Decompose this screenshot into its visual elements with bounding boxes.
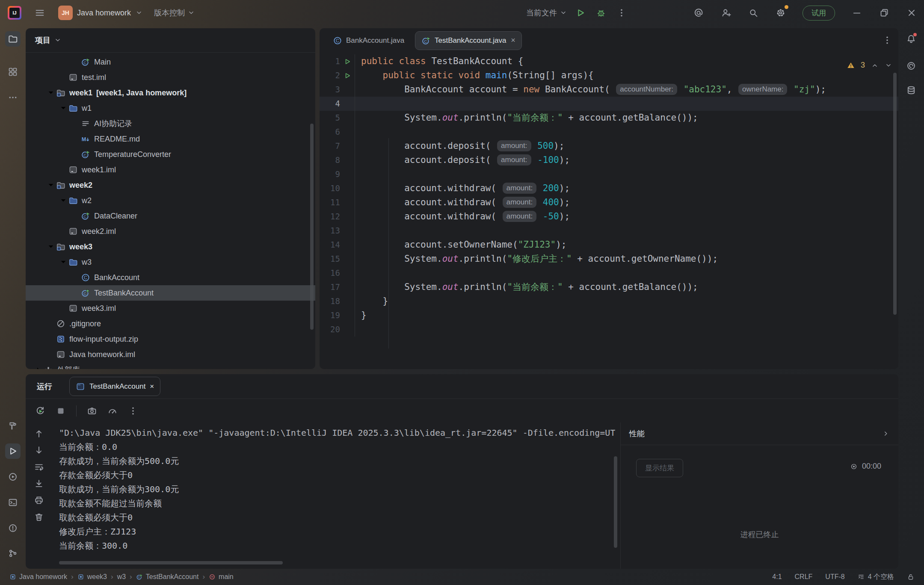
more-options-icon[interactable]	[128, 406, 138, 416]
code-with-me-button[interactable]	[719, 6, 733, 20]
tree-item-datacleaner[interactable]: CDataCleaner	[26, 208, 315, 224]
code-line-6[interactable]: 6	[320, 125, 898, 139]
tool-stripe-button-structure[interactable]	[5, 64, 21, 80]
tree-item-flow-input-output-zip[interactable]: flow-input-output.zip	[26, 331, 315, 347]
chevron-down-icon[interactable]	[58, 195, 68, 206]
caret-position[interactable]: 4:1	[772, 573, 782, 581]
chevron-down-icon[interactable]	[58, 257, 68, 267]
tool-stripe-button-run-tool[interactable]	[5, 443, 21, 459]
tree-item-readme-md[interactable]: MREADME.md	[26, 131, 315, 147]
close-tab-icon[interactable]: ×	[511, 36, 515, 45]
code-line-20[interactable]: 20	[320, 322, 898, 337]
tree-item-row-20[interactable]: 外部库	[26, 362, 315, 369]
profiler-icon[interactable]	[107, 406, 118, 416]
close-button[interactable]	[904, 6, 919, 20]
code-line-14[interactable]: 14 account.setOwnerName("ZJ123");	[320, 238, 898, 252]
tab-testbankaccount-java[interactable]: C TestBankAccount.java ×	[415, 31, 522, 50]
tree-item-w2[interactable]: w2	[26, 193, 315, 208]
code-line-7[interactable]: 7 account.deposit( amount: 500);	[320, 139, 898, 153]
code-line-16[interactable]: 16	[320, 266, 898, 280]
breadcrumb-java-homework[interactable]: Java homework	[9, 573, 67, 581]
editor-scrollbar[interactable]	[893, 73, 897, 315]
code-line-8[interactable]: 8 account.deposit( amount: -100);	[320, 153, 898, 167]
breadcrumb-w3[interactable]: w3	[117, 573, 126, 581]
tree-item-week3-iml[interactable]: week3.iml	[26, 301, 315, 316]
tree-item-week2[interactable]: week2	[26, 177, 315, 193]
file-encoding[interactable]: UTF-8	[825, 573, 844, 581]
code-line-12[interactable]: 12 account.withdraw( amount: -50);	[320, 210, 898, 224]
tool-stripe-button-problems[interactable]	[5, 520, 21, 536]
tool-stripe-button-ai-assistant[interactable]	[903, 58, 919, 74]
next-occurrence-icon[interactable]	[34, 445, 44, 455]
scroll-to-end-icon[interactable]	[34, 479, 44, 489]
code-editor[interactable]: 1public class TestBankAccount {2 public …	[320, 53, 898, 369]
breadcrumb-main[interactable]: mmain	[209, 573, 234, 581]
tool-stripe-button-database[interactable]	[903, 83, 919, 98]
tree-item-w1[interactable]: w1	[26, 100, 315, 116]
tool-stripe-button-more-h[interactable]	[5, 90, 21, 105]
tool-stripe-button-build[interactable]	[5, 418, 21, 434]
more-run-actions-button[interactable]	[614, 6, 629, 20]
code-line-5[interactable]: 5 System.out.println("当前余额：" + account.g…	[320, 111, 898, 125]
chevron-down-icon[interactable]	[46, 242, 56, 252]
vcs-menu[interactable]: 版本控制	[154, 8, 195, 18]
chevron-down-icon[interactable]	[46, 88, 56, 98]
code-line-15[interactable]: 15 System.out.println("修改后户主：" + account…	[320, 252, 898, 266]
project-selector[interactable]: JH Java homework	[58, 6, 143, 20]
tree-item-week3[interactable]: week3	[26, 239, 315, 254]
next-warning-icon[interactable]	[885, 62, 892, 69]
tree-item-gitignore[interactable]: .gitignore	[26, 316, 315, 331]
inspection-widget[interactable]: 3	[847, 61, 892, 70]
clear-console-icon[interactable]	[34, 512, 44, 522]
code-line-19[interactable]: 19}	[320, 308, 898, 322]
close-run-tab-icon[interactable]: ×	[150, 382, 154, 391]
code-line-4[interactable]: 4	[320, 97, 898, 111]
tree-item-ai[interactable]: AI协助记录	[26, 116, 315, 131]
run-button[interactable]	[573, 6, 588, 20]
restore-button[interactable]	[877, 6, 891, 20]
breadcrumb-week3[interactable]: week3	[77, 573, 107, 581]
settings-button[interactable]	[773, 6, 788, 20]
tool-stripe-button-services[interactable]	[5, 469, 21, 485]
console-scrollbar-vertical[interactable]	[614, 456, 617, 548]
code-line-17[interactable]: 17 System.out.println("当前余额：" + account.…	[320, 280, 898, 294]
main-menu-button[interactable]	[33, 6, 47, 20]
run-tab-testbankaccount[interactable]: TestBankAccount ×	[69, 377, 160, 396]
chevron-right-icon[interactable]	[33, 365, 44, 369]
prev-occurrence-icon[interactable]	[34, 428, 44, 439]
search-everywhere-button[interactable]	[746, 6, 761, 20]
tree-item-week1-iml[interactable]: week1.iml	[26, 162, 315, 177]
run-config-selector[interactable]: 当前文件	[526, 8, 567, 18]
project-panel-header[interactable]: 项目	[26, 28, 315, 53]
rerun-icon[interactable]	[35, 406, 45, 416]
code-line-3[interactable]: 3 BankAccount account = new BankAccount(…	[320, 83, 898, 97]
tree-item-bankaccount[interactable]: CBankAccount	[26, 270, 315, 285]
debug-button[interactable]	[594, 6, 608, 20]
tree-item-week2-iml[interactable]: week2.iml	[26, 224, 315, 239]
code-line-9[interactable]: 9	[320, 167, 898, 181]
code-line-13[interactable]: 13	[320, 224, 898, 238]
indent-setting[interactable]: 4 个空格	[858, 573, 894, 582]
performance-header[interactable]: 性能	[621, 422, 898, 445]
tool-stripe-button-project-folder[interactable]	[5, 31, 21, 47]
ai-assistant-button[interactable]	[691, 6, 706, 20]
project-tree-scrollbar[interactable]	[310, 124, 314, 330]
chevron-down-icon[interactable]	[58, 103, 68, 113]
run-line-icon[interactable]	[344, 58, 351, 65]
code-line-1[interactable]: 1public class TestBankAccount {	[320, 54, 898, 68]
tree-item-temperatureconverter[interactable]: CTemperatureConverter	[26, 147, 315, 162]
run-line-icon[interactable]	[344, 72, 351, 80]
tab-bankaccount-java[interactable]: C BankAccount.java	[326, 31, 411, 50]
show-results-button[interactable]: 显示结果	[636, 459, 683, 477]
console-scrollbar-horizontal[interactable]	[59, 561, 283, 564]
tree-item-w3[interactable]: w3	[26, 254, 315, 270]
code-line-10[interactable]: 10 account.withdraw( amount: 200);	[320, 181, 898, 195]
tree-item-java-homework-iml[interactable]: Java homework.iml	[26, 347, 315, 362]
code-line-11[interactable]: 11 account.withdraw( amount: 400);	[320, 195, 898, 210]
line-separator[interactable]: CRLF	[795, 573, 813, 581]
print-icon[interactable]	[34, 495, 44, 505]
tool-stripe-button-terminal[interactable]	[5, 495, 21, 510]
tool-stripe-button-version-control[interactable]	[5, 546, 21, 561]
stop-icon[interactable]	[56, 406, 66, 416]
code-line-2[interactable]: 2 public static void main(String[] args)…	[320, 68, 898, 83]
